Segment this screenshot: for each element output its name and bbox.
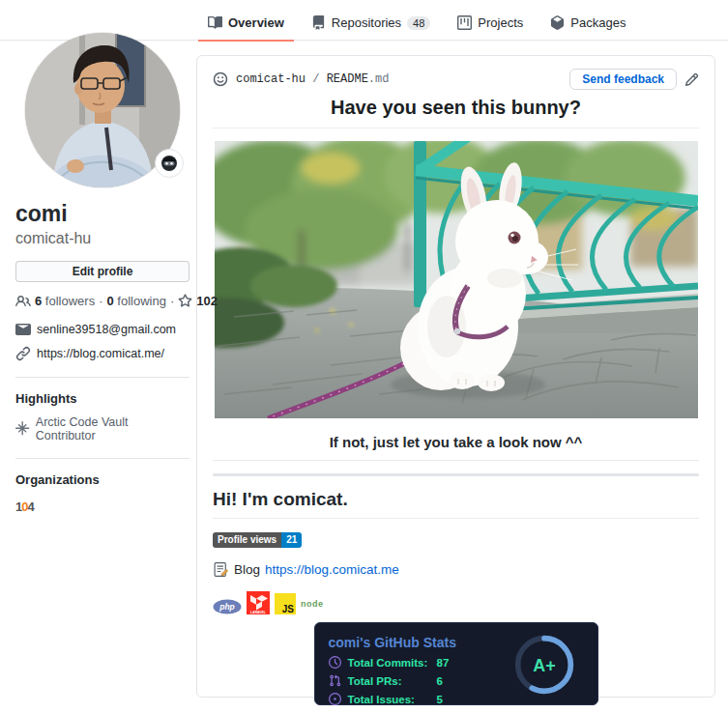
pencil-icon[interactable] [684,72,699,87]
git-pull-request-icon [329,674,341,687]
repositories-count-badge: 48 [407,16,430,30]
svg-text:A+: A+ [533,656,555,675]
sidebar-divider [15,458,189,459]
profile-username: comicat-hu [15,230,189,247]
website-row: https://blog.comicat.me/ [15,346,189,361]
tab-repositories[interactable]: Repositories 48 [302,8,441,42]
north-star-icon [15,421,30,436]
star-icon [178,294,192,308]
issue-opened-icon [329,693,341,705]
follow-row: 6 followers · 0 following · 102 [15,294,189,309]
profile-readme-card: comicat-hu / README.md Send feedback Hav… [196,55,715,698]
markdown-hr [213,473,699,476]
status-emoji-badge[interactable] [155,149,184,178]
repo-icon [311,15,326,30]
readme-heading: Have you seen this bunny? [213,97,699,128]
laravel-icon: LARAVEL [247,591,270,614]
tab-overview[interactable]: Overview [198,8,294,42]
website-link[interactable]: https://blog.comicat.me/ [37,347,164,360]
book-icon [208,15,222,30]
followers-link[interactable]: 6 followers [35,294,95,308]
tech-badges: php LARAVEL JS node [213,589,699,614]
readme-breadcrumb[interactable]: comicat-hu / README.md [236,72,389,86]
tab-projects-label: Projects [478,15,523,30]
greeting-heading: Hi! I'm comicat. [213,489,699,519]
blog-row: Blog https://blog.comicat.me [213,561,699,578]
github-stats-card: comi's GitHub Stats Total Commits: 87 To… [314,622,598,705]
stars-count: 102 [196,294,218,308]
svg-text:php: php [218,602,235,612]
javascript-icon: JS [275,593,296,614]
tab-packages[interactable]: Packages [540,8,635,42]
tab-packages-label: Packages [570,15,626,30]
profile-views-badge: Profile views21 [213,532,302,548]
mail-icon [15,322,31,337]
email-link[interactable]: senline39518@gmail.com [37,323,176,336]
clock-icon [329,656,341,669]
rank-ring: A+ [512,633,576,697]
tab-repositories-label: Repositories [332,15,401,30]
organization-avatar-104[interactable]: 104 [15,497,41,518]
memo-icon [213,561,229,578]
people-icon [15,294,31,309]
profile-sidebar: comi comicat-hu Edit profile 6 followers… [15,33,189,518]
edit-profile-button[interactable]: Edit profile [15,261,189,282]
highlight-arctic-vault: Arctic Code Vault Contributor [15,415,189,442]
highlight-label: Arctic Code Vault Contributor [36,415,189,442]
php-icon: php [213,599,242,614]
blog-link[interactable]: https://blog.comicat.me [265,562,399,577]
send-feedback-button[interactable]: Send feedback [569,69,677,90]
email-row: senline39518@gmail.com [15,322,189,337]
smiley-icon [213,71,228,87]
status-emoji-icon [160,155,178,172]
project-icon [457,15,472,30]
following-link[interactable]: 0 following [107,294,166,308]
tab-overview-label: Overview [228,15,284,30]
highlights-title: Highlights [15,391,189,406]
svg-text:LARAVEL: LARAVEL [250,611,266,614]
link-icon [15,346,31,361]
sidebar-divider [15,377,189,378]
blog-label: Blog [234,562,260,577]
organizations-title: Organizations [15,472,189,487]
nodejs-icon: node [301,599,324,614]
readme-caption: If not, just let you take a look now ^^ [213,434,699,461]
tab-projects[interactable]: Projects [448,8,533,42]
bunny-photo [215,141,698,418]
package-icon [550,15,565,30]
profile-name: comi [15,201,189,228]
